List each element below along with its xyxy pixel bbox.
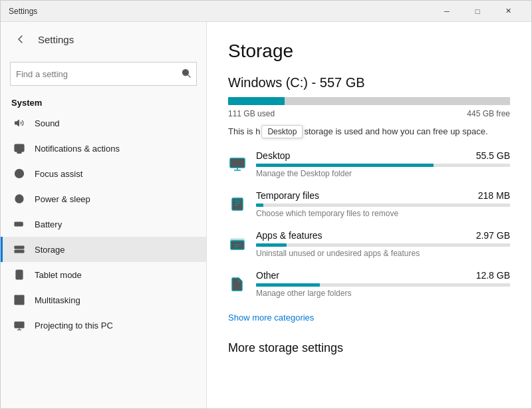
power-label: Power & sleep <box>35 194 90 204</box>
search-icon <box>182 68 191 80</box>
sidebar-item-notifications[interactable]: Notifications & actions <box>1 136 206 161</box>
back-icon <box>17 35 25 43</box>
svg-rect-28 <box>232 198 243 201</box>
desktop-desc: Manage the Desktop folder <box>256 169 510 178</box>
desktop-icon <box>228 155 247 174</box>
apps-name: Apps & features <box>256 230 323 241</box>
multitasking-label: Multitasking <box>35 295 80 305</box>
sidebar-item-battery[interactable]: Battery <box>1 211 206 237</box>
temp-name: Temporary files <box>256 190 319 201</box>
search-box[interactable] <box>10 62 197 86</box>
sidebar-app-title: Settings <box>38 34 74 45</box>
sidebar-item-projecting[interactable]: Projecting to this PC <box>1 313 206 338</box>
multitasking-icon <box>13 294 25 306</box>
other-name: Other <box>256 270 279 281</box>
focus-svg <box>14 168 25 179</box>
other-size: 12.8 GB <box>476 270 510 281</box>
apps-bar <box>256 243 510 247</box>
svg-rect-15 <box>19 295 24 300</box>
svg-point-13 <box>19 277 20 279</box>
battery-label: Battery <box>35 219 62 229</box>
temp-size: 218 MB <box>478 190 510 201</box>
sound-svg <box>14 118 25 128</box>
desc-pre: This is h <box>228 126 260 136</box>
other-desc: Manage other large folders <box>256 289 510 298</box>
desktop-size: 55.5 GB <box>476 150 510 161</box>
storage-description: This is hDesktopstorage is used and how … <box>228 125 510 138</box>
apps-details: Apps & features 2.97 GB Uninstall unused… <box>256 230 510 258</box>
other-bar <box>256 283 510 287</box>
drive-title: Windows (C:) - 557 GB <box>228 75 510 90</box>
svg-rect-14 <box>15 295 19 300</box>
desktop-details: Desktop 55.5 GB Manage the Desktop folde… <box>256 150 510 178</box>
storage-item-desktop: Desktop 55.5 GB Manage the Desktop folde… <box>228 150 510 178</box>
settings-window: Settings ─ □ ✕ Settings <box>0 0 532 409</box>
content-area: Settings System <box>1 22 531 408</box>
svg-rect-21 <box>230 158 245 168</box>
tablet-label: Tablet mode <box>35 270 82 280</box>
notifications-svg <box>14 143 25 154</box>
other-icon <box>228 275 247 293</box>
notifications-label: Notifications & actions <box>35 144 120 154</box>
sidebar: Settings System <box>1 22 207 408</box>
titlebar: Settings ─ □ ✕ <box>1 1 531 22</box>
temp-desc: Choose which temporary files to remove <box>256 209 510 218</box>
sound-label: Sound <box>35 118 60 128</box>
minimize-button[interactable]: ─ <box>432 1 462 22</box>
titlebar-title: Settings <box>9 7 432 16</box>
svg-rect-17 <box>19 300 24 305</box>
more-settings-title: More storage settings <box>228 341 510 355</box>
apps-icon <box>228 235 247 253</box>
battery-icon <box>13 218 25 230</box>
svg-rect-18 <box>15 322 24 328</box>
desktop-name: Desktop <box>256 150 290 161</box>
apps-desc: Uninstall unused or undesired apps & fea… <box>256 249 510 258</box>
power-svg <box>14 194 25 204</box>
storage-item-other: Other 12.8 GB Manage other large folders <box>228 270 510 298</box>
svg-point-11 <box>22 251 23 252</box>
titlebar-controls: ─ □ ✕ <box>432 1 523 22</box>
power-icon <box>13 193 25 205</box>
projecting-icon <box>13 319 25 331</box>
tablet-svg <box>14 269 25 280</box>
svg-line-1 <box>188 74 191 77</box>
search-input[interactable] <box>16 69 182 79</box>
close-button[interactable]: ✕ <box>493 1 523 22</box>
svg-rect-7 <box>15 223 20 225</box>
storage-label: Storage <box>35 245 65 255</box>
storage-bar-container <box>228 97 510 105</box>
sound-icon <box>13 117 25 129</box>
temp-icon <box>228 195 247 213</box>
sidebar-item-sound[interactable]: Sound <box>1 110 206 136</box>
other-details: Other 12.8 GB Manage other large folders <box>256 270 510 298</box>
storage-bar-used <box>228 97 285 105</box>
storage-svg <box>14 244 25 255</box>
sidebar-item-multitasking[interactable]: Multitasking <box>1 287 206 313</box>
sidebar-section-system: System <box>1 94 206 110</box>
tablet-icon <box>13 269 25 281</box>
back-button[interactable] <box>11 30 30 49</box>
battery-svg <box>14 219 25 229</box>
storage-item-temp: Temporary files 218 MB Choose which temp… <box>228 190 510 218</box>
focus-label: Focus assist <box>35 169 82 179</box>
sidebar-item-tablet[interactable]: Tablet mode <box>1 262 206 287</box>
main-content: Storage Windows (C:) - 557 GB 111 GB use… <box>207 22 531 408</box>
desktop-bar <box>256 164 510 167</box>
svg-rect-16 <box>15 300 19 305</box>
sidebar-item-power[interactable]: Power & sleep <box>1 186 206 211</box>
focus-icon <box>13 168 25 180</box>
projecting-label: Projecting to this PC <box>35 321 113 331</box>
sidebar-item-storage[interactable]: Storage <box>1 237 206 262</box>
projecting-svg <box>14 320 25 331</box>
show-more-link[interactable]: Show more categories <box>228 313 314 323</box>
page-title: Storage <box>228 41 510 62</box>
svg-rect-30 <box>231 239 244 241</box>
maximize-button[interactable]: □ <box>462 1 493 22</box>
multitasking-svg <box>14 295 25 305</box>
temp-details: Temporary files 218 MB Choose which temp… <box>256 190 510 218</box>
tooltip-badge: Desktop <box>261 125 303 138</box>
svg-point-10 <box>22 247 23 248</box>
svg-rect-2 <box>15 144 24 152</box>
sidebar-item-focus[interactable]: Focus assist <box>1 161 206 186</box>
sidebar-header: Settings <box>1 22 206 57</box>
